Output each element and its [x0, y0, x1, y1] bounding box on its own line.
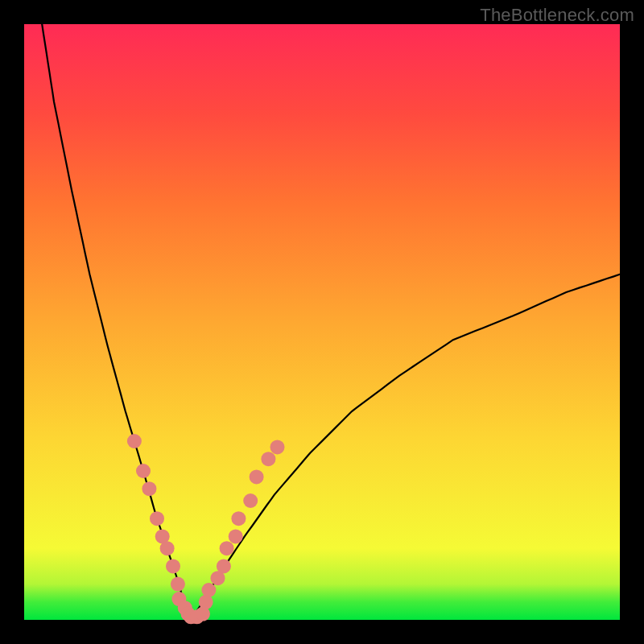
data-point — [220, 541, 234, 555]
data-point — [166, 559, 180, 573]
data-point — [127, 434, 142, 448]
bottleneck-curve — [42, 24, 620, 620]
data-point — [250, 469, 264, 484]
chart-overlay-svg — [0, 0, 644, 644]
data-point — [150, 511, 164, 526]
data-point-markers — [127, 434, 285, 624]
data-point — [201, 583, 216, 597]
data-point — [136, 464, 151, 478]
data-point — [229, 529, 243, 543]
data-point — [142, 481, 156, 496]
data-point — [261, 452, 275, 466]
data-point — [160, 541, 175, 555]
bottleneck-curve-path — [42, 24, 620, 620]
chart-frame: TheBottleneck.com — [0, 0, 644, 644]
data-point — [171, 577, 185, 592]
data-point — [270, 440, 285, 454]
data-point — [231, 511, 246, 526]
data-point — [243, 493, 258, 508]
data-point — [217, 559, 231, 573]
